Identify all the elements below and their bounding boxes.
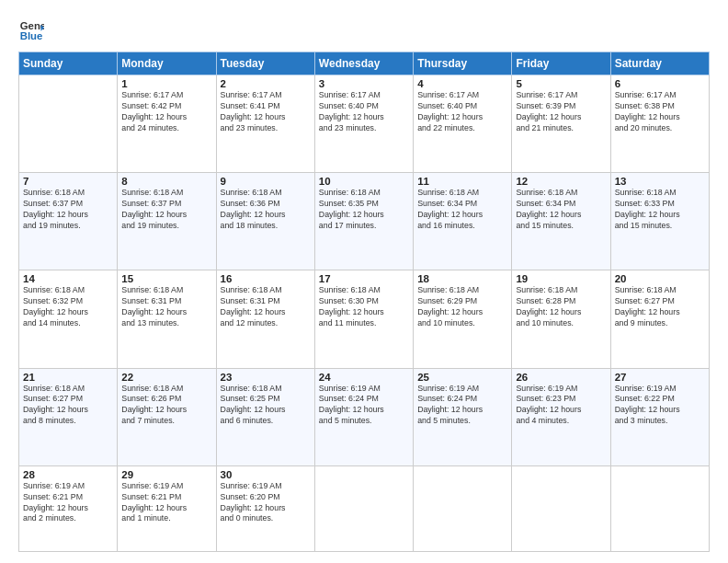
calendar-cell: 9Sunrise: 6:18 AM Sunset: 6:36 PM Daylig… [216, 173, 314, 270]
day-info: Sunrise: 6:19 AM Sunset: 6:24 PM Dayligh… [319, 384, 409, 428]
day-info: Sunrise: 6:18 AM Sunset: 6:36 PM Dayligh… [221, 188, 311, 232]
day-number: 28 [23, 469, 113, 480]
day-info: Sunrise: 6:18 AM Sunset: 6:25 PM Dayligh… [221, 384, 311, 428]
calendar-cell: 2Sunrise: 6:17 AM Sunset: 6:41 PM Daylig… [216, 75, 314, 173]
day-info: Sunrise: 6:19 AM Sunset: 6:23 PM Dayligh… [516, 384, 606, 428]
calendar-cell: 8Sunrise: 6:18 AM Sunset: 6:37 PM Daylig… [118, 173, 216, 270]
day-info: Sunrise: 6:17 AM Sunset: 6:38 PM Dayligh… [615, 90, 705, 134]
weekday-header-monday: Monday [118, 52, 216, 75]
day-number: 22 [121, 372, 211, 383]
day-info: Sunrise: 6:18 AM Sunset: 6:32 PM Dayligh… [23, 285, 113, 329]
day-number: 7 [23, 176, 113, 187]
weekday-header-friday: Friday [512, 52, 610, 75]
calendar-cell: 4Sunrise: 6:17 AM Sunset: 6:40 PM Daylig… [414, 75, 512, 173]
calendar-cell: 12Sunrise: 6:18 AM Sunset: 6:34 PM Dayli… [512, 173, 610, 270]
calendar-cell: 19Sunrise: 6:18 AM Sunset: 6:28 PM Dayli… [512, 270, 610, 368]
day-info: Sunrise: 6:18 AM Sunset: 6:35 PM Dayligh… [319, 188, 409, 232]
day-number: 27 [615, 372, 705, 383]
day-number: 9 [221, 176, 311, 187]
calendar-cell: 18Sunrise: 6:18 AM Sunset: 6:29 PM Dayli… [414, 270, 512, 368]
calendar-cell: 1Sunrise: 6:17 AM Sunset: 6:42 PM Daylig… [118, 75, 216, 173]
day-number: 6 [615, 78, 705, 89]
day-info: Sunrise: 6:18 AM Sunset: 6:34 PM Dayligh… [516, 188, 606, 232]
calendar-cell: 29Sunrise: 6:19 AM Sunset: 6:21 PM Dayli… [118, 465, 216, 551]
day-info: Sunrise: 6:18 AM Sunset: 6:33 PM Dayligh… [615, 188, 705, 232]
day-info: Sunrise: 6:18 AM Sunset: 6:30 PM Dayligh… [319, 285, 409, 329]
calendar-cell: 24Sunrise: 6:19 AM Sunset: 6:24 PM Dayli… [314, 368, 413, 465]
logo: General Blue [18, 17, 48, 42]
day-number: 14 [23, 273, 113, 284]
day-info: Sunrise: 6:19 AM Sunset: 6:22 PM Dayligh… [615, 384, 705, 428]
day-number: 2 [221, 78, 311, 89]
calendar-cell: 14Sunrise: 6:18 AM Sunset: 6:32 PM Dayli… [19, 270, 118, 368]
svg-text:Blue: Blue [20, 30, 43, 41]
day-number: 23 [221, 372, 311, 383]
weekday-header-row: SundayMondayTuesdayWednesdayThursdayFrid… [19, 52, 710, 75]
day-number: 8 [121, 176, 211, 187]
day-number: 21 [23, 372, 113, 383]
day-info: Sunrise: 6:18 AM Sunset: 6:26 PM Dayligh… [121, 384, 211, 428]
weekday-header-tuesday: Tuesday [216, 52, 314, 75]
weekday-header-saturday: Saturday [610, 52, 709, 75]
day-info: Sunrise: 6:19 AM Sunset: 6:21 PM Dayligh… [23, 481, 113, 525]
day-info: Sunrise: 6:19 AM Sunset: 6:24 PM Dayligh… [417, 384, 507, 428]
day-number: 5 [516, 78, 606, 89]
calendar-cell: 20Sunrise: 6:18 AM Sunset: 6:27 PM Dayli… [610, 270, 709, 368]
calendar-cell: 23Sunrise: 6:18 AM Sunset: 6:25 PM Dayli… [216, 368, 314, 465]
day-info: Sunrise: 6:18 AM Sunset: 6:27 PM Dayligh… [23, 384, 113, 428]
calendar-cell: 21Sunrise: 6:18 AM Sunset: 6:27 PM Dayli… [19, 368, 118, 465]
day-number: 4 [417, 78, 507, 89]
calendar-cell: 28Sunrise: 6:19 AM Sunset: 6:21 PM Dayli… [19, 465, 118, 551]
day-info: Sunrise: 6:19 AM Sunset: 6:21 PM Dayligh… [121, 481, 211, 525]
day-info: Sunrise: 6:18 AM Sunset: 6:31 PM Dayligh… [221, 285, 311, 329]
calendar-cell [19, 75, 118, 173]
calendar-cell: 3Sunrise: 6:17 AM Sunset: 6:40 PM Daylig… [314, 75, 413, 173]
calendar-table: SundayMondayTuesdayWednesdayThursdayFrid… [18, 52, 710, 552]
day-info: Sunrise: 6:17 AM Sunset: 6:40 PM Dayligh… [417, 90, 507, 134]
calendar-cell [414, 465, 512, 551]
calendar-cell: 27Sunrise: 6:19 AM Sunset: 6:22 PM Dayli… [610, 368, 709, 465]
calendar-cell: 11Sunrise: 6:18 AM Sunset: 6:34 PM Dayli… [414, 173, 512, 270]
day-number: 12 [516, 176, 606, 187]
day-number: 15 [121, 273, 211, 284]
calendar-cell: 5Sunrise: 6:17 AM Sunset: 6:39 PM Daylig… [512, 75, 610, 173]
calendar-cell [314, 465, 413, 551]
day-number: 30 [221, 469, 311, 480]
day-info: Sunrise: 6:18 AM Sunset: 6:27 PM Dayligh… [615, 285, 705, 329]
calendar-cell: 7Sunrise: 6:18 AM Sunset: 6:37 PM Daylig… [19, 173, 118, 270]
day-number: 16 [221, 273, 311, 284]
day-number: 13 [615, 176, 705, 187]
day-info: Sunrise: 6:18 AM Sunset: 6:37 PM Dayligh… [23, 188, 113, 232]
day-info: Sunrise: 6:17 AM Sunset: 6:39 PM Dayligh… [516, 90, 606, 134]
day-number: 26 [516, 372, 606, 383]
calendar-page: General Blue SundayMondayTuesdayWednesda… [0, 0, 728, 563]
day-info: Sunrise: 6:18 AM Sunset: 6:28 PM Dayligh… [516, 285, 606, 329]
calendar-cell: 25Sunrise: 6:19 AM Sunset: 6:24 PM Dayli… [414, 368, 512, 465]
day-number: 17 [319, 273, 409, 284]
calendar-cell: 16Sunrise: 6:18 AM Sunset: 6:31 PM Dayli… [216, 270, 314, 368]
day-info: Sunrise: 6:17 AM Sunset: 6:42 PM Dayligh… [121, 90, 211, 134]
day-number: 24 [319, 372, 409, 383]
calendar-cell: 13Sunrise: 6:18 AM Sunset: 6:33 PM Dayli… [610, 173, 709, 270]
header: General Blue [18, 17, 710, 42]
calendar-cell: 30Sunrise: 6:19 AM Sunset: 6:20 PM Dayli… [216, 465, 314, 551]
day-number: 29 [121, 469, 211, 480]
weekday-header-wednesday: Wednesday [314, 52, 413, 75]
day-info: Sunrise: 6:17 AM Sunset: 6:40 PM Dayligh… [319, 90, 409, 134]
day-number: 3 [319, 78, 409, 89]
calendar-cell [512, 465, 610, 551]
calendar-cell: 6Sunrise: 6:17 AM Sunset: 6:38 PM Daylig… [610, 75, 709, 173]
day-info: Sunrise: 6:19 AM Sunset: 6:20 PM Dayligh… [221, 481, 311, 525]
calendar-cell [610, 465, 709, 551]
day-number: 1 [121, 78, 211, 89]
calendar-cell: 15Sunrise: 6:18 AM Sunset: 6:31 PM Dayli… [118, 270, 216, 368]
day-number: 19 [516, 273, 606, 284]
calendar-cell: 22Sunrise: 6:18 AM Sunset: 6:26 PM Dayli… [118, 368, 216, 465]
weekday-header-sunday: Sunday [19, 52, 118, 75]
day-number: 25 [417, 372, 507, 383]
calendar-cell: 17Sunrise: 6:18 AM Sunset: 6:30 PM Dayli… [314, 270, 413, 368]
day-info: Sunrise: 6:18 AM Sunset: 6:29 PM Dayligh… [417, 285, 507, 329]
calendar-cell: 10Sunrise: 6:18 AM Sunset: 6:35 PM Dayli… [314, 173, 413, 270]
day-info: Sunrise: 6:18 AM Sunset: 6:31 PM Dayligh… [121, 285, 211, 329]
calendar-cell: 26Sunrise: 6:19 AM Sunset: 6:23 PM Dayli… [512, 368, 610, 465]
